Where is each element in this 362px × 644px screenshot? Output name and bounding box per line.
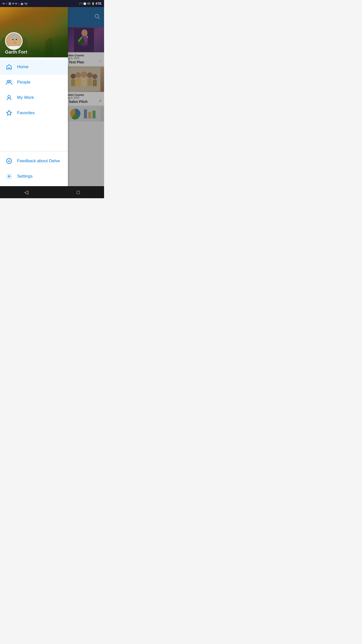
svg-point-31 (14, 41, 15, 42)
profile-name: Garth Fort (5, 50, 27, 55)
vibrate-icon: 📳 (79, 2, 82, 5)
download-icon: ↓ (18, 2, 19, 5)
svg-point-37 (7, 158, 12, 164)
sidebar-item-home[interactable]: Home (0, 59, 68, 75)
svg-point-28 (10, 34, 19, 39)
signal-icon: 4G (87, 2, 90, 5)
content-overlay (64, 7, 104, 186)
back-button[interactable]: ◁ (19, 187, 33, 197)
svg-point-29 (12, 39, 14, 40)
sidebar-item-feedback-label: Feedback about Delve (17, 158, 60, 164)
check-icon: ✓ (6, 2, 8, 5)
notification-icon: ✉ (3, 2, 5, 5)
sidebar-item-feedback[interactable]: Feedback about Delve (0, 153, 68, 169)
svg-point-30 (16, 39, 17, 40)
outlook2-icon: ✉ (15, 2, 17, 5)
svg-point-33 (7, 80, 9, 82)
avatar (5, 32, 23, 50)
sidebar-item-my-work-label: My Work (17, 95, 34, 100)
sidebar-item-people[interactable]: People (0, 75, 68, 90)
people-icon (5, 78, 13, 86)
status-time: 4:51 (96, 2, 102, 5)
svg-point-35 (8, 95, 10, 98)
sidebar-item-favorites[interactable]: Favorites (0, 105, 68, 121)
clock-icon: 🕐 (83, 2, 86, 5)
svg-point-40 (8, 176, 10, 177)
camera-icon: 📷 (24, 2, 27, 5)
android-icon: 🤖 (20, 2, 23, 5)
status-bar-right: 📳 🕐 4G 🔋 4:51 (79, 2, 102, 5)
sidebar-item-favorites-label: Favorites (17, 110, 35, 115)
sidebar-item-settings[interactable]: Settings (0, 169, 68, 184)
feedback-icon (5, 157, 13, 165)
favorites-icon (5, 109, 13, 117)
sidebar-item-settings-label: Settings (17, 174, 32, 179)
profile-header: Garth Fort (0, 7, 68, 57)
sidebar-drawer: Garth Fort Home (0, 7, 68, 186)
settings-icon (5, 172, 13, 180)
sidebar-item-home-label: Home (17, 64, 28, 69)
status-bar: ✉ ✓ 🖼 ✉ ✉ ↓ 🤖 📷 📳 🕐 4G 🔋 4:51 (0, 0, 104, 7)
app-container: Robin Counts Aug 8, 2015 0 Test Plan ☆ (0, 7, 104, 186)
nav-bottom: Feedback about Delve Settings (0, 153, 68, 186)
sidebar-item-people-label: People (17, 80, 30, 85)
battery-icon: 🔋 (92, 2, 95, 5)
svg-point-34 (9, 80, 11, 82)
bottom-navigation: ◁ □ (0, 186, 104, 198)
svg-marker-36 (7, 110, 12, 115)
my-work-icon (5, 94, 13, 102)
image-icon: 🖼 (9, 2, 11, 5)
sidebar-item-my-work[interactable]: My Work (0, 90, 68, 105)
nav-divider (0, 151, 68, 151)
nav-list: Home People (0, 57, 68, 149)
home-icon (5, 63, 13, 71)
status-bar-left: ✉ ✓ 🖼 ✉ ✉ ↓ 🤖 📷 (3, 2, 27, 5)
outlook-icon: ✉ (12, 2, 14, 5)
home-nav-button[interactable]: □ (72, 187, 85, 197)
